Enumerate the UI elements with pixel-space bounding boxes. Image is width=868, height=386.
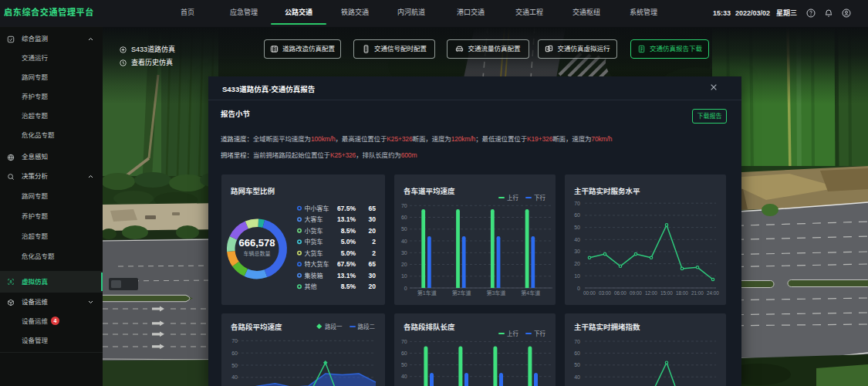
svg-text:40: 40 xyxy=(231,374,238,380)
svg-text:50: 50 xyxy=(401,362,407,367)
svg-text:20: 20 xyxy=(574,261,580,266)
svg-text:666,578: 666,578 xyxy=(239,237,275,249)
svg-text:67.5%: 67.5% xyxy=(337,205,356,212)
svg-text:50: 50 xyxy=(401,226,407,232)
svg-text:60: 60 xyxy=(401,350,407,356)
svg-text:06:00: 06:00 xyxy=(614,290,627,296)
svg-text:8.5%: 8.5% xyxy=(341,283,356,290)
svg-text:50: 50 xyxy=(574,225,580,230)
svg-text:20: 20 xyxy=(401,262,407,267)
svg-text:13.1%: 13.1% xyxy=(337,272,356,279)
svg-text:其他: 其他 xyxy=(305,283,317,290)
svg-text:10: 10 xyxy=(574,273,580,279)
svg-text:70: 70 xyxy=(574,339,580,344)
svg-text:中小客车: 中小客车 xyxy=(305,205,329,212)
svg-text:第3车道: 第3车道 xyxy=(486,290,505,296)
svg-text:20: 20 xyxy=(369,227,377,235)
svg-text:20: 20 xyxy=(369,283,377,290)
svg-text:13.1%: 13.1% xyxy=(337,215,356,223)
svg-text:小货车: 小货车 xyxy=(305,227,323,235)
svg-text:特大货车: 特大货车 xyxy=(305,260,329,268)
svg-text:5.0%: 5.0% xyxy=(341,238,356,245)
svg-text:2: 2 xyxy=(372,238,376,245)
svg-text:大客车: 大客车 xyxy=(305,215,323,223)
svg-text:18:00: 18:00 xyxy=(676,290,688,296)
svg-text:5.0%: 5.0% xyxy=(341,249,356,257)
svg-text:大货车: 大货车 xyxy=(305,249,323,257)
svg-text:65: 65 xyxy=(369,260,377,268)
svg-text:0: 0 xyxy=(404,286,407,291)
svg-text:中货车: 中货车 xyxy=(305,238,323,245)
svg-text:15:00: 15:00 xyxy=(660,290,673,296)
svg-text:30: 30 xyxy=(369,272,377,279)
svg-text:第2车道: 第2车道 xyxy=(452,290,471,296)
svg-text:40: 40 xyxy=(574,237,580,242)
svg-text:60: 60 xyxy=(231,350,238,356)
svg-text:70: 70 xyxy=(231,338,238,344)
svg-text:50: 50 xyxy=(231,363,238,368)
svg-text:40: 40 xyxy=(401,374,407,379)
svg-text:70: 70 xyxy=(401,203,407,208)
svg-text:30: 30 xyxy=(401,250,407,256)
svg-text:24:00: 24:00 xyxy=(707,290,719,296)
svg-text:21:00: 21:00 xyxy=(691,290,704,296)
svg-text:60: 60 xyxy=(574,350,580,356)
svg-text:50: 50 xyxy=(574,362,580,367)
svg-text:集装箱: 集装箱 xyxy=(305,272,323,279)
svg-text:8.5%: 8.5% xyxy=(341,227,356,235)
svg-text:12:00: 12:00 xyxy=(645,290,657,296)
svg-text:0: 0 xyxy=(577,286,580,291)
svg-text:2: 2 xyxy=(372,249,376,257)
svg-text:30: 30 xyxy=(574,249,580,254)
svg-text:03:00: 03:00 xyxy=(599,290,611,296)
svg-text:09:00: 09:00 xyxy=(630,290,642,296)
svg-text:00:00: 00:00 xyxy=(583,290,596,296)
svg-text:第4车道: 第4车道 xyxy=(521,290,540,296)
svg-text:67.5%: 67.5% xyxy=(337,260,356,268)
svg-text:70: 70 xyxy=(401,339,407,344)
svg-text:10: 10 xyxy=(401,273,407,279)
svg-text:60: 60 xyxy=(574,212,580,218)
svg-text:70: 70 xyxy=(574,201,580,206)
svg-text:40: 40 xyxy=(574,374,580,380)
svg-text:65: 65 xyxy=(369,205,377,212)
svg-text:车辆总数量: 车辆总数量 xyxy=(244,250,271,257)
svg-text:40: 40 xyxy=(401,239,407,244)
svg-text:60: 60 xyxy=(401,215,407,220)
svg-text:30: 30 xyxy=(369,215,377,223)
svg-text:第1车道: 第1车道 xyxy=(417,290,437,296)
